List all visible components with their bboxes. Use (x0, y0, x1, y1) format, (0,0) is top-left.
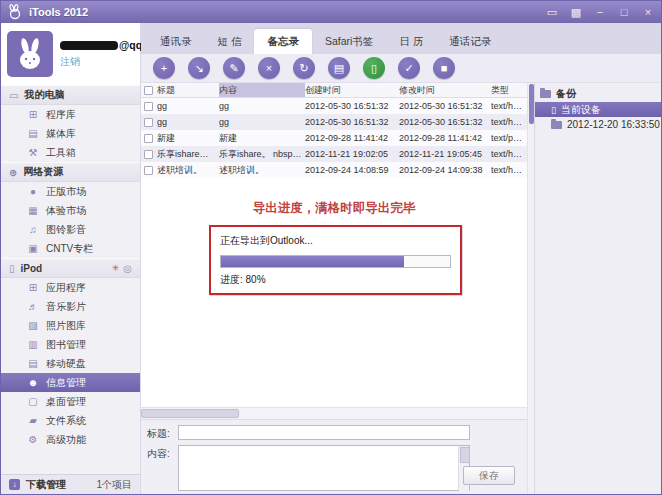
apps-grid-icon: ⊞ (27, 282, 39, 293)
export-message: 正在导出到Outlook... (220, 234, 451, 248)
col-content[interactable]: 内容 (219, 83, 305, 97)
download-count: 1个项目 (96, 478, 132, 492)
maximize-icon[interactable]: □ (617, 7, 631, 18)
eject-icon[interactable]: ◎ (123, 263, 132, 274)
row-checkbox[interactable] (144, 134, 153, 143)
tab-calendar[interactable]: 日 历 (386, 29, 436, 54)
tab-safari-bookmarks[interactable]: Safari书签 (312, 29, 386, 54)
apps-grid-icon: ⊞ (27, 109, 39, 120)
sidebar: @qq.com 注销 ▭ 我的电脑 ⊞ 程序库 ▤ 媒体库 ⚒ 工具箱 (1, 23, 141, 494)
sidebar-section-my-computer[interactable]: ▭ 我的电脑 (1, 85, 140, 105)
sidebar-item-app-library[interactable]: ⊞ 程序库 (1, 105, 140, 124)
tab-call-log[interactable]: 通话记录 (436, 29, 504, 54)
app-title: iTools 2012 (29, 6, 88, 18)
progress-bar-fill (221, 256, 404, 267)
horizontal-scrollbar-thumb[interactable] (141, 409, 239, 418)
tools-icon: ⚒ (27, 147, 39, 158)
vertical-scrollbar[interactable] (527, 83, 534, 494)
progress-bar (220, 255, 451, 268)
sidebar-item-toolbox[interactable]: ⚒ 工具箱 (1, 143, 140, 162)
sidebar-item-cntv[interactable]: ▣ CNTV专栏 (1, 239, 140, 258)
account-card: @qq.com 注销 (1, 23, 140, 85)
title-bar: iTools 2012 ▭ ▩ − □ × (1, 1, 661, 23)
title-input[interactable] (178, 425, 470, 440)
itools-window: iTools 2012 ▭ ▩ − □ × (0, 0, 662, 495)
save-export-button[interactable]: ▤ (328, 57, 350, 79)
export-annotation-text: 导出进度，满格时即导出完毕 (141, 200, 527, 217)
col-modified[interactable]: 修改时间 (399, 84, 491, 97)
sidebar-section-network[interactable]: ⊕ 网络资源 (1, 162, 140, 182)
sidebar-item-mobile-disk[interactable]: ▤ 移动硬盘 (1, 354, 140, 373)
apple-icon: ● (27, 186, 39, 197)
sidebar-item-desktop-management[interactable]: ▢ 桌面管理 (1, 392, 140, 411)
sidebar-item-photos[interactable]: ▨ 照片图库 (1, 316, 140, 335)
folder-icon: ▰ (27, 415, 39, 426)
refresh-button[interactable]: ↻ (293, 57, 315, 79)
row-checkbox[interactable] (144, 166, 153, 175)
backup-item-current-device[interactable]: ▯ 当前设备 (535, 102, 662, 117)
delete-button[interactable]: × (258, 57, 280, 79)
row-checkbox[interactable] (144, 102, 153, 111)
media-icon: ▤ (27, 128, 39, 139)
sidebar-item-info-management[interactable]: ☻ 信息管理 (1, 373, 140, 392)
backup-panel: 备份 ▯ 当前设备 2012-12-20 16:33:50 (534, 83, 662, 494)
tab-notes[interactable]: 备忘录 (254, 29, 312, 54)
folder-icon (551, 121, 562, 129)
desktop-icon: ▢ (27, 396, 39, 407)
logout-link[interactable]: 注销 (60, 55, 80, 69)
sidebar-item-media-library[interactable]: ▤ 媒体库 (1, 124, 140, 143)
content-textarea[interactable] (178, 445, 470, 491)
tab-sms[interactable]: 短 信 (205, 29, 255, 54)
table-row[interactable]: gg gg 2012-05-30 16:51:32 2012-05-30 16:… (141, 98, 527, 114)
sidebar-item-genuine-market[interactable]: ● 正版市场 (1, 182, 140, 201)
col-created[interactable]: 创建时间 (305, 84, 399, 97)
header-checkbox[interactable] (144, 86, 153, 95)
title-field-label: 标题: (147, 425, 173, 441)
note-edit-form: 标题: 内容: 保存 (141, 419, 527, 494)
device-icon: ▯ (9, 263, 15, 274)
table-header[interactable]: 标题 内容 创建时间 修改时间 类型 (141, 83, 527, 98)
sidebar-item-music-movies[interactable]: ♬ 音乐影片 (1, 297, 140, 316)
backup-item-snapshot[interactable]: 2012-12-20 16:33:50 (535, 117, 662, 132)
horizontal-scrollbar[interactable] (141, 407, 527, 419)
import-button[interactable]: ↘ (188, 57, 210, 79)
computer-icon: ▭ (9, 90, 18, 101)
feedback-icon[interactable]: ▭ (545, 7, 559, 18)
notes-toolbar: + ↘ ✎ × ↻ ▤ ▯ ✓ ■ (141, 54, 662, 83)
sidebar-item-advanced[interactable]: ⚙ 高级功能 (1, 430, 140, 449)
progress-label: 进度: 80% (220, 273, 451, 287)
select-all-button[interactable]: ✓ (398, 57, 420, 79)
table-row[interactable]: gg gg 2012-05-30 16:51:32 2012-05-30 16:… (141, 114, 527, 130)
export-progress-dialog: 正在导出到Outlook... 进度: 80% (209, 225, 462, 295)
sidebar-item-applications[interactable]: ⊞ 应用程序 (1, 278, 140, 297)
add-note-button[interactable]: + (153, 57, 175, 79)
table-row[interactable]: 述职培训。 述职培训。 2012-09-24 14:08:59 2012-09-… (141, 162, 527, 178)
sidebar-item-books[interactable]: ▥ 图书管理 (1, 335, 140, 354)
sync-spinner-icon: ✳ (112, 263, 120, 273)
photos-icon: ▨ (27, 320, 39, 331)
export-to-device-button[interactable]: ▯ (363, 57, 385, 79)
disk-icon: ▤ (27, 358, 39, 369)
sidebar-item-ringtones-video[interactable]: ♫ 图铃影音 (1, 220, 140, 239)
table-row[interactable]: 乐享ishare。 爱... 乐享ishare。 nbsp; nb... 201… (141, 146, 527, 162)
col-type[interactable]: 类型 (491, 84, 527, 97)
row-checkbox[interactable] (144, 118, 153, 127)
row-checkbox[interactable] (144, 150, 153, 159)
sidebar-section-ipod[interactable]: ▯ iPod ✳ ◎ (1, 258, 140, 278)
close-icon[interactable]: × (641, 7, 655, 18)
avatar (7, 31, 53, 77)
table-row[interactable]: 新建 新建 2012-09-28 11:41:42 2012-09-28 11:… (141, 130, 527, 146)
sidebar-item-trial-market[interactable]: ▦ 体验市场 (1, 201, 140, 220)
deselect-all-button[interactable]: ■ (433, 57, 455, 79)
download-manager-bar[interactable]: ↓ 下载管理 1个项目 (1, 474, 140, 494)
folder-icon (540, 90, 551, 98)
minimize-icon[interactable]: − (593, 7, 607, 18)
tv-icon: ▣ (27, 243, 39, 254)
sidebar-item-file-system[interactable]: ▰ 文件系统 (1, 411, 140, 430)
save-button[interactable]: 保存 (463, 466, 515, 485)
tab-contacts[interactable]: 通讯录 (147, 29, 205, 54)
edit-button[interactable]: ✎ (223, 57, 245, 79)
col-title[interactable]: 标题 (157, 84, 219, 97)
skin-icon[interactable]: ▩ (569, 7, 583, 18)
vertical-scrollbar-thumb[interactable] (529, 84, 534, 124)
